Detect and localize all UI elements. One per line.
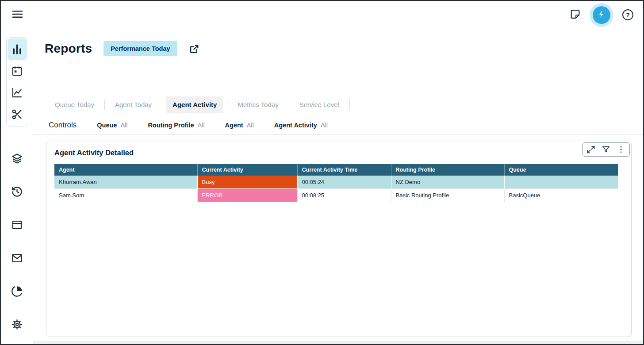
page-header: Reports Performance Today (45, 41, 200, 56)
activity-time-cell: 00:08:25 (297, 189, 391, 202)
sidebar-item-layers[interactable] (11, 152, 23, 165)
filter-value: All (321, 122, 328, 129)
card-toolbar (582, 142, 630, 157)
table-row: Sam.Som ERROR 00:08:25 Basic Routing Pro… (54, 189, 618, 202)
column-header-current-activity-time[interactable]: Current Activity Time (297, 164, 391, 176)
performance-today-chip[interactable]: Performance Today (104, 41, 177, 56)
reports-nav-group (6, 37, 28, 126)
expand-icon (586, 145, 595, 154)
tab-separator (104, 100, 105, 110)
tab-metrics-today[interactable]: Metrics Today (231, 96, 284, 113)
envelope-icon (11, 252, 23, 264)
column-header-current-activity[interactable]: Current Activity (197, 164, 297, 176)
sidebar-item-analytics[interactable] (11, 285, 23, 297)
filter-name: Queue (97, 122, 117, 129)
main-content: Reports Performance Today Queue Today Ag… (33, 29, 643, 344)
scissors-icon (11, 108, 23, 120)
sidebar-item-calendar[interactable] (8, 60, 27, 82)
filter-agent[interactable]: AgentAll (225, 121, 254, 129)
agent-cell: Khurram.Awan (54, 176, 197, 189)
top-bar: ? (1, 1, 643, 29)
filter-value: All (197, 122, 204, 129)
activity-status-cell: ERROR (197, 189, 297, 202)
hamburger-icon (12, 9, 23, 21)
left-sidebar (1, 29, 33, 344)
open-in-new-button[interactable] (189, 43, 200, 54)
hamburger-menu-button[interactable] (12, 9, 23, 21)
sidebar-nav-list (11, 152, 23, 330)
bar-chart-icon (11, 43, 23, 55)
filter-value: All (247, 122, 254, 129)
controls-label: Controls (49, 121, 77, 130)
gear-icon (11, 318, 23, 330)
line-chart-icon (11, 87, 23, 99)
kebab-menu-icon (617, 145, 625, 154)
window-icon (11, 219, 23, 231)
sidebar-item-metrics[interactable] (8, 82, 27, 104)
agent-cell: Sam.Som (54, 189, 197, 202)
tab-separator (289, 100, 289, 110)
column-header-queue[interactable]: Queue (504, 164, 618, 176)
queue-cell (504, 176, 618, 189)
expand-button[interactable] (586, 145, 596, 154)
filter-name: Agent (225, 122, 243, 129)
filter-name: Routing Profile (148, 122, 194, 129)
column-header-routing-profile[interactable]: Routing Profile (391, 164, 504, 176)
calendar-icon (11, 65, 23, 77)
tab-service-level[interactable]: Service Level (293, 96, 345, 113)
filter-icon (602, 145, 610, 154)
report-tabs: Queue Today Agent Today Agent Activity M… (49, 96, 354, 113)
filter-button[interactable] (601, 145, 611, 154)
notes-button[interactable] (570, 9, 581, 21)
sidebar-item-reports[interactable] (8, 38, 27, 60)
activity-status-cell: Busy (197, 176, 297, 189)
filter-agent-activity[interactable]: Agent ActivityAll (274, 121, 328, 129)
lightning-icon (597, 10, 606, 20)
tab-agent-activity[interactable]: Agent Activity (166, 96, 223, 113)
activity-time-cell: 00:05:24 (297, 176, 391, 189)
topbar-actions: ? (570, 3, 633, 27)
table-header-row: Agent Current Activity Current Activity … (54, 164, 618, 176)
column-header-agent[interactable]: Agent (54, 164, 197, 176)
lightning-button-halo (590, 3, 613, 27)
routing-profile-cell: NZ Demo (391, 176, 504, 189)
queue-cell: BasicQueue (504, 189, 618, 202)
more-options-button[interactable] (616, 145, 626, 154)
filter-routing-profile[interactable]: Routing ProfileAll (148, 121, 205, 129)
quick-actions-button[interactable] (593, 6, 610, 24)
tab-queue-today[interactable]: Queue Today (49, 96, 100, 113)
filter-queue[interactable]: QueueAll (97, 121, 127, 129)
filter-value: All (120, 122, 127, 129)
layers-icon (11, 153, 23, 165)
sidebar-item-panel[interactable] (11, 218, 23, 231)
sidebar-item-settings[interactable] (11, 318, 23, 330)
agent-activity-table-wrap: Agent Current Activity Current Activity … (54, 164, 618, 202)
routing-profile-cell: Basic Routing Profile (391, 189, 504, 202)
agent-activity-table: Agent Current Activity Current Activity … (54, 164, 618, 202)
help-button[interactable]: ? (622, 9, 633, 20)
table-row: Khurram.Awan Busy 00:05:24 NZ Demo (54, 176, 618, 189)
history-icon (11, 186, 23, 198)
tab-agent-today[interactable]: Agent Today (109, 96, 158, 113)
filter-name: Agent Activity (274, 122, 317, 129)
agent-activity-card: Agent Activity Detailed (46, 141, 632, 337)
horizontal-scrollbar-track[interactable] (33, 341, 643, 344)
pie-chart-icon (11, 285, 23, 297)
notepad-icon (570, 9, 581, 21)
tab-separator (227, 100, 227, 110)
sidebar-item-routing[interactable] (8, 104, 27, 125)
tab-separator (349, 100, 350, 110)
sidebar-item-mail[interactable] (11, 252, 23, 264)
card-title: Agent Activity Detailed (54, 149, 134, 157)
controls-bar: Controls QueueAll Routing ProfileAll Age… (33, 116, 643, 135)
sidebar-item-history[interactable] (11, 185, 23, 198)
help-icon: ? (626, 12, 630, 19)
page-title: Reports (45, 42, 92, 56)
external-link-icon (189, 43, 200, 54)
tab-separator (162, 100, 162, 110)
